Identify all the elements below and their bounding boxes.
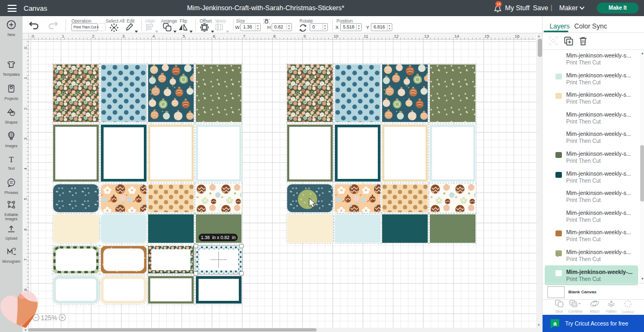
svg-text:T: T — [9, 155, 13, 163]
svg-text:a: a — [553, 320, 557, 327]
svg-text:125%: 125% — [41, 314, 57, 322]
